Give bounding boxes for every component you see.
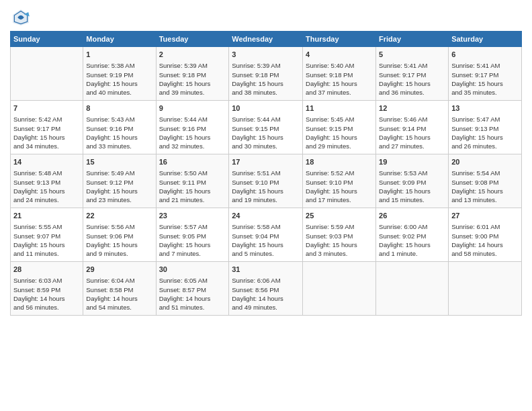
cell-text: Sunset: 9:15 PM [306, 124, 373, 133]
day-number: 21 [13, 211, 80, 221]
cell-text: Daylight: 15 hours [86, 187, 152, 195]
calendar-cell: 16Sunrise: 5:50 AMSunset: 9:11 PMDayligh… [156, 154, 229, 208]
cell-text: and 54 minutes. [86, 303, 152, 312]
cell-text: Sunrise: 6:01 AM [451, 222, 519, 231]
cell-text: Sunset: 9:00 PM [451, 232, 519, 240]
cell-text: Sunrise: 5:39 AM [159, 61, 226, 70]
cell-text: Sunset: 9:12 PM [86, 178, 152, 187]
week-row-1: 1Sunrise: 5:38 AMSunset: 9:19 PMDaylight… [11, 47, 522, 101]
cell-text: Sunset: 9:02 PM [379, 232, 445, 240]
cell-text: Sunset: 9:18 PM [232, 71, 300, 79]
cell-text: Sunrise: 5:40 AM [306, 61, 373, 70]
cell-text: Sunset: 9:08 PM [451, 178, 519, 187]
cell-text: Sunset: 9:18 PM [159, 71, 226, 79]
col-header-friday: Friday [376, 32, 449, 47]
cell-text: and 33 minutes. [86, 142, 152, 150]
cell-text: Sunrise: 6:00 AM [379, 222, 445, 231]
cell-text: Sunrise: 5:54 AM [451, 169, 519, 177]
cell-text: and 27 minutes. [379, 142, 445, 150]
calendar-cell: 21Sunrise: 5:55 AMSunset: 9:07 PMDayligh… [11, 208, 83, 262]
cell-text: Daylight: 15 hours [379, 79, 445, 88]
day-number: 5 [379, 50, 445, 60]
cell-text: and 5 minutes. [232, 249, 300, 258]
cell-text: Daylight: 15 hours [232, 79, 300, 88]
cell-text: Daylight: 15 hours [451, 187, 519, 195]
cell-text: Daylight: 14 hours [451, 240, 519, 249]
cell-text: Sunset: 9:13 PM [13, 178, 80, 187]
calendar-cell: 11Sunrise: 5:45 AMSunset: 9:15 PMDayligh… [303, 101, 376, 154]
cell-text: and 34 minutes. [13, 142, 80, 150]
calendar-cell: 4Sunrise: 5:40 AMSunset: 9:18 PMDaylight… [303, 47, 376, 101]
cell-text: and 29 minutes. [306, 142, 373, 150]
cell-text: and 15 minutes. [379, 195, 445, 204]
calendar-cell: 25Sunrise: 5:59 AMSunset: 9:03 PMDayligh… [303, 208, 376, 262]
cell-text: Sunrise: 5:47 AM [451, 115, 519, 124]
cell-text: and 3 minutes. [306, 249, 373, 258]
cell-text: Sunrise: 5:41 AM [451, 61, 519, 70]
calendar-cell: 2Sunrise: 5:39 AMSunset: 9:18 PMDaylight… [156, 47, 229, 101]
calendar-cell: 17Sunrise: 5:51 AMSunset: 9:10 PMDayligh… [229, 154, 303, 208]
cell-text: and 9 minutes. [86, 249, 152, 258]
calendar-cell: 10Sunrise: 5:44 AMSunset: 9:15 PMDayligh… [229, 101, 303, 154]
cell-text: Sunrise: 5:42 AM [13, 115, 80, 124]
calendar-cell: 19Sunrise: 5:53 AMSunset: 9:09 PMDayligh… [376, 154, 449, 208]
calendar-cell: 24Sunrise: 5:58 AMSunset: 9:04 PMDayligh… [229, 208, 303, 262]
logo-icon [10, 7, 32, 28]
cell-text: Sunset: 9:14 PM [379, 124, 445, 133]
cell-text: Sunrise: 5:55 AM [13, 222, 80, 231]
cell-text: Daylight: 15 hours [159, 79, 226, 88]
cell-text: Sunset: 9:17 PM [379, 71, 445, 79]
week-row-2: 7Sunrise: 5:42 AMSunset: 9:17 PMDaylight… [11, 101, 522, 154]
cell-text: Sunrise: 5:39 AM [232, 61, 300, 70]
cell-text: Sunset: 9:18 PM [306, 71, 373, 79]
cell-text: Sunset: 9:17 PM [13, 124, 80, 133]
calendar-cell: 14Sunrise: 5:48 AMSunset: 9:13 PMDayligh… [11, 154, 83, 208]
cell-text: Sunrise: 5:50 AM [159, 169, 226, 177]
cell-text: Sunrise: 5:52 AM [306, 169, 373, 177]
cell-text: Daylight: 14 hours [13, 294, 80, 303]
logo [10, 7, 34, 28]
calendar-cell: 20Sunrise: 5:54 AMSunset: 9:08 PMDayligh… [449, 154, 522, 208]
cell-text: and 56 minutes. [13, 303, 80, 312]
cell-text: and 32 minutes. [159, 142, 226, 150]
cell-text: Sunrise: 6:06 AM [232, 276, 300, 285]
cell-text: Sunrise: 5:43 AM [86, 115, 152, 124]
calendar-table: SundayMondayTuesdayWednesdayThursdayFrid… [10, 31, 522, 316]
day-number: 7 [13, 103, 80, 113]
day-number: 14 [13, 157, 80, 167]
cell-text: Sunset: 9:13 PM [451, 124, 519, 133]
calendar-cell [376, 262, 449, 316]
day-number: 2 [159, 50, 226, 60]
cell-text: Sunrise: 6:05 AM [159, 276, 226, 285]
day-number: 20 [451, 157, 519, 167]
cell-text: Sunset: 9:10 PM [306, 178, 373, 187]
cell-text: Daylight: 15 hours [232, 240, 300, 249]
cell-text: Sunrise: 5:38 AM [86, 61, 152, 70]
cell-text: Daylight: 14 hours [232, 294, 300, 303]
day-number: 26 [379, 211, 445, 221]
cell-text: Daylight: 15 hours [159, 240, 226, 249]
cell-text: and 19 minutes. [232, 195, 300, 204]
cell-text: Sunset: 8:59 PM [13, 285, 80, 294]
col-header-wednesday: Wednesday [229, 32, 303, 47]
cell-text: and 35 minutes. [451, 88, 519, 97]
cell-text: Sunrise: 6:03 AM [13, 276, 80, 285]
cell-text: and 30 minutes. [232, 142, 300, 150]
cell-text: Daylight: 15 hours [306, 187, 373, 195]
cell-text: Daylight: 15 hours [379, 240, 445, 249]
day-number: 30 [159, 265, 226, 275]
calendar-cell: 27Sunrise: 6:01 AMSunset: 9:00 PMDayligh… [449, 208, 522, 262]
cell-text: and 1 minute. [379, 249, 445, 258]
week-row-5: 28Sunrise: 6:03 AMSunset: 8:59 PMDayligh… [11, 262, 522, 316]
cell-text: and 7 minutes. [159, 249, 226, 258]
col-header-saturday: Saturday [449, 32, 522, 47]
cell-text: Sunrise: 5:57 AM [159, 222, 226, 231]
calendar-cell: 29Sunrise: 6:04 AMSunset: 8:58 PMDayligh… [83, 262, 156, 316]
cell-text: Sunset: 9:19 PM [86, 71, 152, 79]
day-number: 10 [232, 103, 300, 113]
cell-text: Daylight: 15 hours [451, 133, 519, 142]
cell-text: and 23 minutes. [86, 195, 152, 204]
cell-text: Sunset: 9:07 PM [13, 232, 80, 240]
cell-text: Daylight: 15 hours [86, 133, 152, 142]
cell-text: Sunset: 9:11 PM [159, 178, 226, 187]
